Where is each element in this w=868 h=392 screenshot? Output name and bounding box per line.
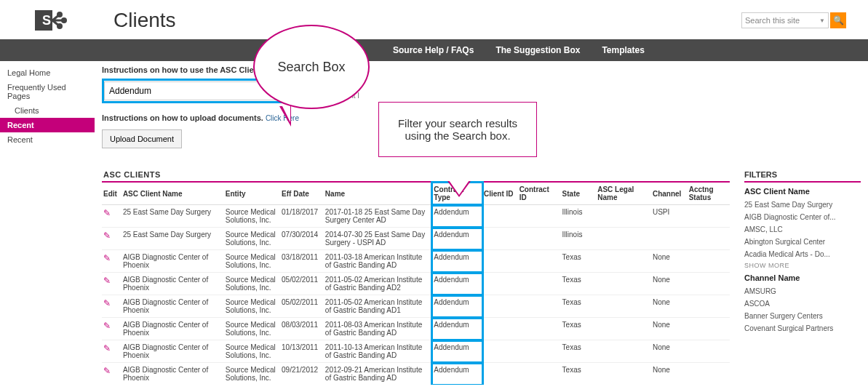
- filter-item[interactable]: AIGB Diagnostic Center of...: [744, 211, 861, 223]
- edit-icon[interactable]: ✎: [103, 343, 111, 353]
- left-nav: Legal Home Frequently Used Pages Clients…: [0, 61, 95, 385]
- nav-help[interactable]: Source Help / FAQs: [393, 45, 474, 55]
- col-name[interactable]: Name: [324, 183, 432, 205]
- cell-cid: [482, 205, 518, 228]
- cell-eff: 07/30/2014: [280, 228, 324, 250]
- cell-client: AIGB Diagnostic Center of Phoenix: [122, 273, 224, 295]
- cell-state: Texas: [561, 340, 597, 363]
- cell-name: 2011-03-18 American Institute of Gastric…: [324, 250, 432, 273]
- cell-eff: 10/13/2011: [280, 340, 324, 363]
- col-eff-date[interactable]: Eff Date: [280, 183, 324, 205]
- show-more-link[interactable]: SHOW MORE: [744, 262, 861, 269]
- cell-cid: [482, 340, 518, 363]
- top-nav: Source Help / FAQs The Suggestion Box Te…: [0, 39, 868, 61]
- cell-client: 25 East Same Day Surgery: [122, 228, 224, 250]
- cell-ctype: Addendum: [432, 250, 482, 273]
- upload-document-button[interactable]: Upload Document: [102, 129, 182, 148]
- cell-channel: None: [651, 250, 688, 273]
- site-search-input[interactable]: Search this site ▼: [741, 12, 829, 28]
- cell-acct: [688, 340, 730, 363]
- col-asc-client-name[interactable]: ASC Client Name: [122, 183, 224, 205]
- cell-state: Illinois: [561, 205, 597, 228]
- cell-acct: [688, 205, 730, 228]
- col-edit[interactable]: Edit: [102, 183, 122, 205]
- cell-conid: [518, 318, 561, 340]
- filter-item[interactable]: ASCOA: [744, 297, 861, 310]
- cell-legal: [596, 205, 651, 228]
- leftnav-legal-home[interactable]: Legal Home: [0, 65, 95, 80]
- leftnav-recent[interactable]: Recent: [0, 132, 95, 147]
- table-row: ✎AIGB Diagnostic Center of PhoenixSource…: [102, 273, 730, 295]
- cell-eff: 05/02/2011: [280, 273, 324, 295]
- filter-item[interactable]: Abington Surgical Center: [744, 236, 861, 248]
- asc-clients-table: EditASC Client NameEntityEff DateNameCon…: [102, 183, 730, 385]
- cell-legal: [596, 340, 651, 363]
- cell-cid: [482, 250, 518, 273]
- leftnav-clients[interactable]: Clients: [0, 103, 95, 118]
- cell-channel: None: [651, 340, 688, 363]
- cell-channel: None: [651, 363, 688, 385]
- sharepoint-logo-icon: S: [35, 3, 70, 38]
- cell-entity: Source Medical Solutions, Inc.: [224, 318, 280, 340]
- filter-item[interactable]: Acadia Medical Arts - Do...: [744, 248, 861, 260]
- leftnav-freq-used[interactable]: Frequently Used Pages: [0, 80, 95, 103]
- cell-name: 2011-08-03 American Institute of Gastric…: [324, 318, 432, 340]
- cell-acct: [688, 318, 730, 340]
- filter-item[interactable]: AMSURG: [744, 285, 861, 297]
- edit-icon[interactable]: ✎: [103, 276, 111, 286]
- nav-suggestion[interactable]: The Suggestion Box: [495, 45, 580, 55]
- edit-icon[interactable]: ✎: [103, 253, 111, 263]
- cell-state: Texas: [561, 295, 597, 318]
- cell-cid: [482, 318, 518, 340]
- annotation-callout-tail: [447, 181, 471, 197]
- table-row: ✎AIGB Diagnostic Center of PhoenixSource…: [102, 340, 730, 363]
- cell-acct: [688, 228, 730, 250]
- col-entity[interactable]: Entity: [224, 183, 280, 205]
- cell-conid: [518, 273, 561, 295]
- filter-group-asc-client-name: ASC Client Name: [744, 187, 861, 196]
- filter-item[interactable]: AMSC, LLC: [744, 223, 861, 236]
- nav-templates[interactable]: Templates: [602, 45, 644, 55]
- edit-icon[interactable]: ✎: [103, 208, 111, 218]
- cell-client: AIGB Diagnostic Center of Phoenix: [122, 340, 224, 363]
- cell-state: Texas: [561, 250, 597, 273]
- col-asc-legal-name[interactable]: ASC Legal Name: [596, 183, 651, 205]
- col-state[interactable]: State: [561, 183, 597, 205]
- cell-client: 25 East Same Day Surgery: [122, 205, 224, 228]
- svg-point-4: [61, 17, 67, 23]
- col-client-id[interactable]: Client ID: [482, 183, 518, 205]
- cell-client: AIGB Diagnostic Center of Phoenix: [122, 250, 224, 273]
- filter-item[interactable]: Banner Surgery Centers: [744, 310, 861, 322]
- edit-icon[interactable]: ✎: [103, 366, 111, 376]
- cell-name: 2017-01-18 25 East Same Day Surgery Cent…: [324, 205, 432, 228]
- edit-icon[interactable]: ✎: [103, 298, 111, 308]
- edit-icon[interactable]: ✎: [103, 321, 111, 331]
- cell-ctype: Addendum: [432, 295, 482, 318]
- cell-channel: None: [651, 295, 688, 318]
- col-contract-id[interactable]: Contract ID: [518, 183, 561, 205]
- cell-name: 2011-10-13 American Institute of Gastric…: [324, 340, 432, 363]
- cell-client: AIGB Diagnostic Center of Phoenix: [122, 318, 224, 340]
- leftnav-recent-active[interactable]: Recent: [0, 118, 95, 132]
- col-acctng-status[interactable]: Acctng Status: [688, 183, 730, 205]
- site-search-button[interactable]: 🔍: [830, 12, 846, 28]
- cell-ctype: Addendum: [432, 205, 482, 228]
- page-title: Clients: [114, 9, 176, 32]
- cell-legal: [596, 363, 651, 385]
- cell-conid: [518, 340, 561, 363]
- filter-item[interactable]: Covenant Surgical Partners: [744, 322, 861, 335]
- cell-client: AIGB Diagnostic Center of Phoenix: [122, 295, 224, 318]
- cell-state: Texas: [561, 363, 597, 385]
- cell-conid: [518, 363, 561, 385]
- cell-entity: Source Medical Solutions, Inc.: [224, 250, 280, 273]
- filter-item[interactable]: 25 East Same Day Surgery: [744, 199, 861, 211]
- cell-cid: [482, 273, 518, 295]
- cell-name: 2011-05-02 American Institute of Gastric…: [324, 295, 432, 318]
- col-channel[interactable]: Channel: [651, 183, 688, 205]
- filters-title: FILTERS: [744, 170, 861, 183]
- table-row: ✎25 East Same Day SurgerySource Medical …: [102, 205, 730, 228]
- cell-state: Texas: [561, 273, 597, 295]
- cell-conid: [518, 295, 561, 318]
- cell-acct: [688, 273, 730, 295]
- edit-icon[interactable]: ✎: [103, 231, 111, 241]
